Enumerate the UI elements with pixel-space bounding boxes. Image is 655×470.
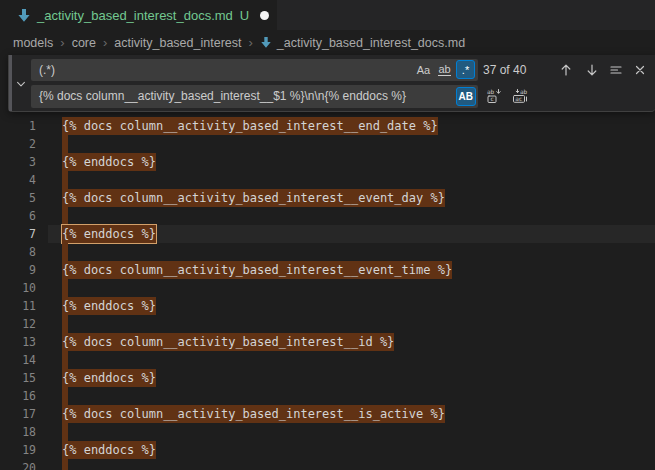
find-match-empty	[62, 243, 68, 261]
editor-line-3[interactable]: 3{% enddocs %}	[0, 153, 655, 171]
find-match: {% docs column__activity_based_interest_…	[62, 261, 452, 279]
editor-line-7[interactable]: 7{% enddocs %}	[0, 225, 655, 243]
editor-line-16[interactable]: 16	[0, 387, 655, 405]
find-options: Aa ab .*	[414, 60, 475, 79]
editor-line-2[interactable]: 2	[0, 135, 655, 153]
whole-word-icon: ab	[438, 64, 450, 76]
svg-text:c: c	[490, 95, 494, 102]
line-number: 4	[0, 171, 36, 189]
arrow-up-icon	[559, 63, 573, 77]
find-results-count: 37 of 40	[483, 59, 526, 81]
modified-indicator[interactable]	[260, 11, 269, 20]
breadcrumb-separator: ›	[60, 35, 64, 50]
find-match-empty	[62, 387, 68, 405]
editor-line-1[interactable]: 1{% docs column__activity_based_interest…	[0, 117, 655, 135]
arrow-down-icon	[585, 63, 599, 77]
breadcrumb: models › core › activity_based_interest …	[0, 30, 655, 55]
find-input[interactable]: (.*) Aa ab .*	[31, 59, 478, 81]
editor-line-8[interactable]: 8	[0, 243, 655, 261]
find-match-empty	[62, 351, 68, 369]
find-match-empty	[62, 459, 68, 470]
line-number: 1	[0, 117, 36, 135]
chevron-down-icon	[15, 78, 27, 90]
editor-pane[interactable]: 1{% docs column__activity_based_interest…	[0, 112, 655, 470]
editor-line-6[interactable]: 6	[0, 207, 655, 225]
editor-line-12[interactable]: 12	[0, 315, 655, 333]
tab-activity-docs[interactable]: _activity_based_interest_docs.md U	[0, 0, 277, 30]
line-content: {% docs column__activity_based_interest_…	[62, 117, 438, 135]
toggle-replace-button[interactable]	[14, 77, 28, 91]
find-match-empty	[62, 207, 68, 225]
find-match-current: {% enddocs %}	[62, 225, 156, 243]
line-number: 9	[0, 261, 36, 279]
find-in-selection-button[interactable]	[605, 59, 627, 81]
find-match: {% docs column__activity_based_interest_…	[62, 405, 445, 423]
breadcrumb-item-file[interactable]: _activity_based_interest_docs.md	[260, 36, 465, 50]
find-next-button[interactable]	[581, 59, 603, 81]
svg-text:ab: ab	[487, 88, 495, 95]
find-input-value: (.*)	[39, 63, 55, 77]
find-match-empty	[62, 279, 68, 297]
regex-toggle[interactable]: .*	[456, 60, 475, 79]
find-in-selection-icon	[609, 63, 623, 77]
editor-line-14[interactable]: 14	[0, 351, 655, 369]
replace-input-value: {% docs column__activity_based_interest_…	[39, 89, 406, 103]
line-content: {% docs column__activity_based_interest_…	[62, 189, 445, 207]
line-number: 12	[0, 315, 36, 333]
editor-line-10[interactable]: 10	[0, 279, 655, 297]
preserve-case-icon: AB	[459, 85, 473, 108]
replace-icon: ab c	[486, 88, 502, 104]
git-status-badge: U	[240, 8, 249, 23]
breadcrumb-item-activity-based-interest[interactable]: activity_based_interest	[114, 36, 241, 50]
find-match: {% enddocs %}	[62, 153, 156, 171]
replace-all-icon: ab ac	[512, 88, 528, 104]
editor-line-17[interactable]: 17{% docs column__activity_based_interes…	[0, 405, 655, 423]
close-find-widget-button[interactable]	[629, 59, 651, 81]
match-case-icon: Aa	[417, 59, 430, 81]
replace-button[interactable]: ab c	[483, 85, 505, 107]
line-content: {% enddocs %}	[62, 441, 156, 459]
editor-line-9[interactable]: 9{% docs column__activity_based_interest…	[0, 261, 655, 279]
line-number: 19	[0, 441, 36, 459]
editor-line-20[interactable]: 20	[0, 459, 655, 470]
line-number: 17	[0, 405, 36, 423]
svg-text:ac: ac	[515, 95, 523, 102]
find-match: {% enddocs %}	[62, 441, 156, 459]
line-number: 2	[0, 135, 36, 153]
line-content: {% docs column__activity_based_interest_…	[62, 405, 445, 423]
breadcrumb-item-core[interactable]: core	[72, 36, 96, 50]
replace-input[interactable]: {% docs column__activity_based_interest_…	[31, 85, 478, 108]
line-content: {% enddocs %}	[62, 225, 156, 243]
line-number: 15	[0, 369, 36, 387]
line-number: 13	[0, 333, 36, 351]
line-number: 7	[0, 225, 36, 243]
whole-word-toggle[interactable]: ab	[435, 60, 454, 79]
find-widget-resize-sash[interactable]	[9, 55, 12, 111]
find-widget: (.*) Aa ab .* 37 of 40	[8, 55, 655, 112]
tab-bar: _activity_based_interest_docs.md U	[0, 0, 655, 30]
editor-line-4[interactable]: 4	[0, 171, 655, 189]
editor-line-13[interactable]: 13{% docs column__activity_based_interes…	[0, 333, 655, 351]
breadcrumb-separator: ›	[248, 35, 252, 50]
find-match: {% enddocs %}	[62, 297, 156, 315]
editor-line-11[interactable]: 11{% enddocs %}	[0, 297, 655, 315]
line-number: 3	[0, 153, 36, 171]
line-number: 14	[0, 351, 36, 369]
line-content: {% enddocs %}	[62, 369, 156, 387]
breadcrumb-item-models[interactable]: models	[13, 36, 53, 50]
find-previous-button[interactable]	[555, 59, 577, 81]
line-number: 10	[0, 279, 36, 297]
find-match: {% docs column__activity_based_interest_…	[62, 189, 445, 207]
match-case-toggle[interactable]: Aa	[414, 60, 433, 79]
line-content	[62, 459, 68, 470]
editor-line-19[interactable]: 19{% enddocs %}	[0, 441, 655, 459]
find-match-empty	[62, 171, 68, 189]
editor-line-15[interactable]: 15{% enddocs %}	[0, 369, 655, 387]
preserve-case-toggle[interactable]: AB	[456, 87, 476, 106]
line-content: {% docs column__activity_based_interest_…	[62, 333, 394, 351]
editor-line-5[interactable]: 5{% docs column__activity_based_interest…	[0, 189, 655, 207]
find-match-empty	[62, 423, 68, 441]
replace-all-button[interactable]: ab ac	[509, 85, 531, 107]
editor-line-18[interactable]: 18	[0, 423, 655, 441]
line-number: 16	[0, 387, 36, 405]
